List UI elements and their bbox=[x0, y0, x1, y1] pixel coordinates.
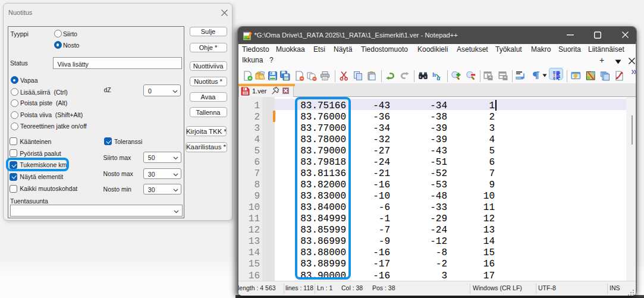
svg-text:h: h bbox=[432, 71, 436, 78]
